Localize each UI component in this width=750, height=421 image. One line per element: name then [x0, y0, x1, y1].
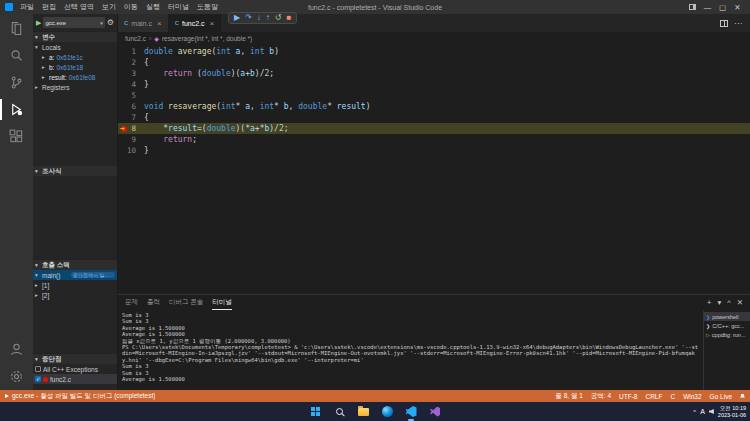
panel-tab-출력[interactable]: 출력 — [147, 295, 160, 310]
taskbar-edge-button[interactable] — [379, 404, 395, 420]
taskbar-vscode-button[interactable] — [403, 404, 419, 420]
code-line[interactable]: 7{ — [118, 112, 750, 123]
taskbar-start-button[interactable] — [307, 404, 323, 420]
breakpoint-row[interactable]: All C++ Exceptions — [33, 364, 117, 374]
callstack-row[interactable]: ▸[1] — [33, 280, 117, 290]
terminal-list-item[interactable]: ❯powershell — [704, 312, 750, 321]
tab-func2.c[interactable]: Cfunc2.c× — [169, 14, 222, 32]
callstack-row[interactable]: ▸[2] — [33, 290, 117, 300]
line-number[interactable]: 8→ — [118, 123, 144, 134]
breakpoint-checkbox[interactable] — [35, 366, 41, 372]
activity-settings[interactable] — [0, 363, 33, 390]
taskbar-visual-studio-button[interactable] — [427, 404, 443, 420]
line-number[interactable]: 10 — [118, 145, 144, 156]
activity-source-control[interactable] — [0, 69, 33, 96]
line-number[interactable]: 7 — [118, 112, 144, 123]
callstack-section-header[interactable]: ▾ 호출 스택 — [33, 259, 117, 270]
close-panel-icon[interactable]: ✕ — [737, 298, 743, 307]
activity-explorer[interactable] — [0, 15, 33, 42]
taskbar-file-explorer-button[interactable] — [355, 404, 371, 420]
menu-item[interactable]: 보기 — [102, 2, 116, 12]
breakpoints-section-header[interactable]: ▾ 중단점 — [33, 353, 117, 364]
status-item[interactable]: C — [670, 393, 675, 400]
taskbar-search-button[interactable] — [331, 404, 347, 420]
line-number[interactable]: 6 — [118, 101, 144, 112]
step-over-button[interactable]: ↷ — [245, 14, 252, 22]
status-item[interactable]: CRLF — [645, 393, 662, 400]
panel-tab-디버그 콘솔[interactable]: 디버그 콘솔 — [169, 295, 203, 310]
taskbar-clock[interactable]: 오전 10:19 2023-01-06 — [718, 405, 746, 418]
breadcrumb-symbol[interactable]: resaverage(int *, int *, double *) — [162, 35, 252, 42]
code-line[interactable]: 8→ *result=(double)(*a+*b)/2; — [118, 123, 750, 134]
status-item[interactable]: Go Live — [710, 393, 732, 400]
terminal-list-item[interactable]: ▷cppdbg: run... — [704, 330, 750, 339]
breadcrumb-file[interactable]: func2.c — [125, 35, 146, 42]
line-number[interactable]: 1 — [118, 46, 144, 57]
step-into-button[interactable]: ↓ — [257, 14, 261, 22]
tab-main.c[interactable]: Cmain.c× — [118, 14, 169, 32]
variables-section-header[interactable]: ▾ 변수 — [33, 31, 117, 42]
status-item[interactable]: Win32 — [683, 393, 701, 400]
variable-row[interactable]: ▸result:0x61fe08 — [33, 72, 117, 82]
step-out-button[interactable]: ↑ — [266, 14, 270, 22]
split-editor-icon[interactable] — [720, 20, 728, 27]
activity-run-debug[interactable] — [0, 96, 33, 123]
breadcrumb[interactable]: func2.c › ◆ resaverage(int *, int *, dou… — [118, 32, 750, 44]
continue-button[interactable]: ▶ — [234, 14, 240, 22]
maximize-button[interactable]: ▢ — [715, 0, 730, 14]
code-editor[interactable]: 1double average(int a, int b)2{3 return … — [118, 44, 750, 294]
status-item[interactable]: 공백: 4 — [591, 392, 611, 401]
variable-row[interactable]: ▸a:0x61fe1c — [33, 52, 117, 62]
close-icon[interactable]: × — [157, 19, 162, 28]
locals-group-row[interactable]: ▾Locals — [33, 42, 117, 52]
status-item[interactable]: 줄 8, 열 1 — [555, 392, 582, 401]
layout-toggle-icon[interactable] — [685, 0, 700, 14]
debug-config-dropdown[interactable]: gcc.exe ▾ — [43, 17, 104, 28]
activity-account[interactable] — [0, 336, 33, 363]
terminal-list-item[interactable]: ❯C/C++: gcc... — [704, 321, 750, 330]
code-line[interactable]: 5 — [118, 90, 750, 101]
code-line[interactable]: 2{ — [118, 57, 750, 68]
gear-icon[interactable]: ⚙ — [107, 18, 114, 27]
variable-row[interactable]: ▸b:0x61fe18 — [33, 62, 117, 72]
terminal-output[interactable]: Sum is 3Sum is 3Average is 1.500000Avera… — [118, 310, 703, 390]
start-debugging-button[interactable]: ▶ — [36, 19, 41, 27]
ime-indicator[interactable]: A — [700, 408, 705, 415]
code-line[interactable]: 10} — [118, 145, 750, 156]
menu-item[interactable]: 터미널 — [168, 2, 189, 12]
callstack-row[interactable]: ▾main()중단점에서 일시 중지됨 — [33, 270, 117, 280]
status-item[interactable]: UTF-8 — [619, 393, 637, 400]
status-debug-item[interactable]: gcc.exe - 활성 파일 빌드 및 디버그 (completetest) — [5, 392, 155, 401]
menu-item[interactable]: 실행 — [146, 2, 160, 12]
minimize-button[interactable]: — — [700, 0, 715, 14]
close-icon[interactable]: × — [210, 19, 215, 28]
tray-chevron-icon[interactable]: ^ — [693, 409, 696, 415]
volume-icon[interactable] — [709, 409, 714, 414]
code-line[interactable]: 1double average(int a, int b) — [118, 46, 750, 57]
activity-extensions[interactable] — [0, 123, 33, 150]
code-line[interactable]: 6void resaverage(int* a, int* b, double*… — [118, 101, 750, 112]
menu-item[interactable]: 도움말 — [197, 2, 218, 12]
panel-tab-문제[interactable]: 문제 — [125, 295, 138, 310]
menu-item[interactable]: 이동 — [124, 2, 138, 12]
line-number[interactable]: 4 — [118, 79, 144, 90]
restart-button[interactable]: ↺ — [275, 14, 282, 22]
code-line[interactable]: 9 return; — [118, 134, 750, 145]
line-number[interactable]: 3 — [118, 68, 144, 79]
breakpoint-row[interactable]: func2.c — [33, 374, 117, 384]
registers-group-row[interactable]: ▸Registers — [33, 82, 117, 92]
code-line[interactable]: 3 return (double)(a+b)/2; — [118, 68, 750, 79]
code-line[interactable]: 4} — [118, 79, 750, 90]
new-terminal-icon[interactable]: + — [707, 298, 711, 307]
breakpoint-checkbox[interactable] — [35, 376, 41, 382]
line-number[interactable]: 2 — [118, 57, 144, 68]
line-number[interactable]: 9 — [118, 134, 144, 145]
menu-item[interactable]: 편집 — [42, 2, 56, 12]
chevron-down-icon[interactable]: ▾ — [717, 298, 721, 307]
activity-search[interactable] — [0, 42, 33, 69]
panel-tab-터미널[interactable]: 터미널 — [212, 295, 232, 310]
maximize-panel-icon[interactable]: ^ — [727, 298, 731, 307]
more-actions-icon[interactable]: ⋯ — [734, 19, 743, 28]
watch-section-header[interactable]: ▾ 조사식 — [33, 165, 117, 176]
bell-icon[interactable] — [740, 394, 745, 399]
